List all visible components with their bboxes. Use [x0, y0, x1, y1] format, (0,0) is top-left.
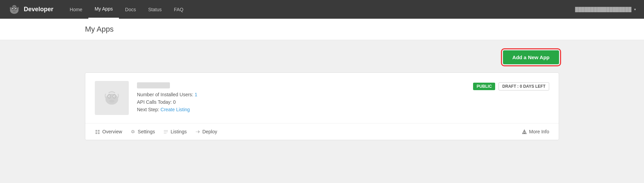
deploy-label: Deploy: [202, 129, 217, 134]
btn-row: Add a New App: [85, 50, 559, 64]
user-caret-icon: ▾: [634, 7, 636, 11]
app-status-badges: PUBLIC DRAFT : 0 DAYS LEFT: [473, 81, 549, 90]
user-email: ██████████████████: [575, 7, 631, 12]
overview-icon: [95, 129, 100, 134]
deploy-link[interactable]: Deploy: [195, 128, 223, 136]
svg-point-5: [13, 8, 13, 9]
listings-link[interactable]: Listings: [163, 128, 192, 136]
installed-users-count: 1: [195, 92, 197, 97]
svg-point-14: [114, 96, 115, 97]
app-default-icon: [102, 88, 121, 107]
deploy-icon: [195, 129, 200, 134]
overview-link[interactable]: Overview: [95, 128, 127, 136]
page-title: My Apps: [85, 25, 559, 34]
nav-myapps[interactable]: My Apps: [88, 0, 119, 19]
settings-link[interactable]: Settings: [130, 128, 160, 136]
user-menu[interactable]: ██████████████████ ▾: [575, 7, 636, 12]
more-info-label: More Info: [529, 129, 549, 134]
svg-point-7: [13, 10, 16, 12]
app-card-footer: Overview Settings Listings Deploy: [85, 123, 559, 140]
navbar: Developer Home My Apps Docs Status FAQ █…: [0, 0, 644, 19]
page-header: My Apps: [0, 19, 644, 40]
more-info-icon: [522, 129, 527, 134]
app-next-step: Next Step: Create Listing: [137, 107, 465, 112]
brand-label: Developer: [24, 6, 53, 13]
app-card-body: Blurred Number of Installed Users: 1 API…: [85, 73, 559, 123]
settings-icon: [130, 129, 136, 134]
svg-point-15: [109, 100, 115, 102]
nav-status[interactable]: Status: [142, 0, 168, 19]
listings-icon: [163, 129, 169, 134]
app-api-calls: API Calls Today: 0: [137, 99, 465, 105]
app-details: Blurred Number of Installed Users: 1 API…: [137, 81, 465, 114]
add-new-app-button[interactable]: Add a New App: [503, 50, 559, 64]
badge-draft: DRAFT : 0 DAYS LEFT: [499, 82, 549, 90]
create-listing-link[interactable]: Create Listing: [160, 107, 190, 112]
brand-icon: [8, 3, 20, 16]
svg-point-6: [16, 8, 16, 9]
overview-label: Overview: [102, 129, 122, 134]
app-card: Blurred Number of Installed Users: 1 API…: [85, 72, 559, 140]
badge-public: PUBLIC: [473, 83, 495, 90]
svg-point-8: [105, 94, 118, 105]
listings-label: Listings: [171, 129, 187, 134]
nav-faq[interactable]: FAQ: [168, 0, 190, 19]
svg-point-0: [10, 6, 18, 14]
settings-label: Settings: [138, 129, 155, 134]
main-content: Add a New App: [0, 40, 644, 183]
app-name: Blurred: [137, 82, 170, 88]
nav-links: Home My Apps Docs Status FAQ: [64, 0, 575, 19]
nav-docs[interactable]: Docs: [119, 0, 142, 19]
more-info-link[interactable]: More Info: [522, 129, 549, 134]
nav-home[interactable]: Home: [64, 0, 88, 19]
brand[interactable]: Developer: [8, 3, 53, 16]
app-icon-placeholder: [95, 81, 129, 115]
app-installed-users: Number of Installed Users: 1: [137, 92, 465, 97]
svg-point-13: [109, 96, 110, 97]
